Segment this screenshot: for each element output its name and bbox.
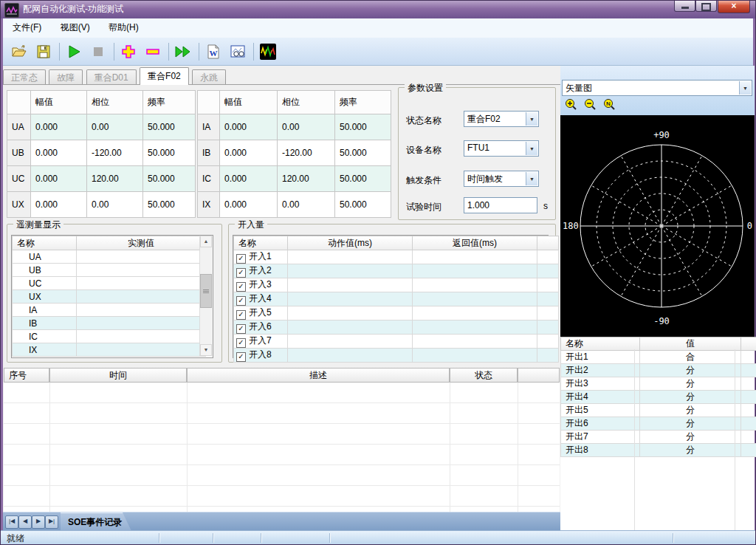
table-row: IC0.000120.0050.000: [198, 166, 391, 192]
value-cell[interactable]: 50.000: [335, 166, 391, 192]
value-cell[interactable]: 0.000: [31, 140, 87, 166]
remove-state-icon[interactable]: [144, 43, 162, 61]
checkbox[interactable]: ✓: [236, 352, 246, 362]
chevron-down-icon[interactable]: ▼: [526, 112, 537, 126]
checkbox[interactable]: ✓: [236, 324, 246, 334]
toolbar-separator: [168, 43, 169, 61]
value-cell[interactable]: 50.000: [335, 192, 391, 218]
do-value-cell: 分: [640, 377, 741, 391]
zoom-in-icon[interactable]: [565, 98, 577, 113]
trigger-cond-select[interactable]: 时间触发 ▼: [464, 171, 539, 187]
value-cell[interactable]: 50.000: [335, 114, 391, 140]
scroll-up-icon[interactable]: ▲: [200, 236, 212, 247]
stop-icon[interactable]: [89, 43, 107, 61]
menu-file[interactable]: 文件(F): [6, 18, 48, 37]
nav-first-icon[interactable]: |◀: [5, 515, 18, 529]
telemetry-scrollbar[interactable]: ▲ ▼: [199, 236, 213, 356]
value-cell[interactable]: 120.00: [278, 166, 335, 192]
value-cell[interactable]: 0.000: [220, 114, 278, 140]
value-cell[interactable]: 50.000: [143, 166, 196, 192]
value-cell[interactable]: 0.000: [220, 166, 278, 192]
tab-perm-trip[interactable]: 永跳: [192, 69, 226, 85]
channel-label[interactable]: IC: [13, 330, 77, 343]
checkbox[interactable]: ✓: [236, 254, 246, 264]
zoom-out-icon[interactable]: [584, 98, 597, 113]
value-cell[interactable]: 0.00: [278, 114, 335, 140]
value-cell[interactable]: 50.000: [143, 114, 196, 140]
value-cell[interactable]: -120.00: [87, 140, 143, 166]
maximize-button[interactable]: [695, 1, 717, 12]
value-cell[interactable]: 120.00: [87, 166, 143, 192]
value-cell[interactable]: 0.00: [87, 114, 143, 140]
scroll-down-icon[interactable]: ▼: [200, 344, 212, 356]
report-preview-icon[interactable]: [229, 43, 247, 61]
value-cell[interactable]: 0.000: [31, 166, 87, 192]
value-cell[interactable]: 0.000: [31, 114, 87, 140]
value-cell[interactable]: 0.000: [220, 192, 278, 218]
channel-label[interactable]: IX: [13, 343, 77, 357]
chevron-down-icon[interactable]: ▼: [739, 81, 751, 95]
do-name-cell: 开出1: [561, 351, 640, 364]
value-cell[interactable]: 0.00: [87, 192, 143, 218]
view-mode-select[interactable]: 矢量图 ▼: [562, 80, 752, 96]
zoom-reset-icon[interactable]: N: [603, 98, 616, 113]
run-all-icon[interactable]: [174, 43, 192, 61]
tab-reclose-d01[interactable]: 重合D01: [86, 69, 137, 85]
spacer-cell: [741, 404, 756, 417]
test-time-label: 试验时间: [406, 201, 464, 213]
test-time-input[interactable]: [464, 197, 537, 213]
value-cell[interactable]: 50.000: [143, 192, 196, 218]
waveform-icon[interactable]: [259, 43, 277, 61]
checkbox[interactable]: ✓: [236, 296, 246, 306]
channel-label[interactable]: IA: [13, 304, 77, 317]
spacer-cell: [537, 250, 559, 264]
nav-prev-icon[interactable]: ◀: [18, 515, 32, 529]
channel-label[interactable]: IB: [13, 317, 77, 330]
channel-label[interactable]: UA: [13, 250, 77, 264]
tab-fault[interactable]: 故障: [49, 69, 83, 85]
di-label: 开入2: [249, 265, 272, 275]
nav-next-icon[interactable]: ▶: [32, 515, 45, 529]
di-label: 开入1: [249, 251, 272, 261]
scrollbar-thumb[interactable]: [200, 274, 212, 308]
open-icon[interactable]: [10, 43, 28, 61]
axis-label-top: +90: [653, 130, 670, 140]
start-icon[interactable]: [65, 43, 83, 61]
value-cell[interactable]: 0.000: [220, 140, 278, 166]
checkbox[interactable]: ✓: [236, 268, 246, 278]
word-report-icon[interactable]: W: [205, 43, 222, 61]
device-name-select[interactable]: FTU1 ▼: [464, 140, 539, 157]
value-cell[interactable]: 0.00: [278, 192, 335, 218]
checkbox[interactable]: ✓: [236, 338, 246, 348]
tab-reclose-f02[interactable]: 重合F02: [140, 67, 189, 85]
save-icon[interactable]: [35, 43, 52, 61]
table-row: IB0.000-120.0050.000: [198, 140, 391, 166]
column-header: 描述: [187, 368, 450, 383]
minimize-button[interactable]: [674, 1, 695, 12]
list-item: 开出3分: [561, 377, 756, 391]
nav-last-icon[interactable]: ▶|: [45, 515, 58, 529]
menu-help[interactable]: 帮助(H): [102, 18, 145, 37]
chevron-down-icon[interactable]: ▼: [526, 142, 537, 155]
add-state-icon[interactable]: [120, 43, 137, 61]
channel-label[interactable]: UC: [13, 277, 77, 290]
event-table-body[interactable]: [4, 383, 560, 512]
channel-label[interactable]: UB: [13, 264, 77, 277]
di-label: 开入5: [249, 307, 272, 318]
checkbox[interactable]: ✓: [236, 310, 246, 320]
bottom-tab-bar: |◀ ◀ ▶ ▶| SOE事件记录: [3, 512, 560, 531]
value-cell[interactable]: 50.000: [143, 140, 196, 166]
close-button[interactable]: ×: [718, 1, 750, 13]
tab-soe-events[interactable]: SOE事件记录: [61, 513, 131, 531]
checkbox[interactable]: ✓: [236, 282, 246, 292]
value-cell[interactable]: 0.000: [31, 192, 87, 218]
value-cell[interactable]: 50.000: [335, 140, 391, 166]
state-name-select[interactable]: 重合F02 ▼: [464, 111, 539, 127]
tab-normal-state[interactable]: 正常态: [3, 69, 46, 85]
menu-view[interactable]: 视图(V): [54, 18, 97, 37]
channel-label[interactable]: UX: [13, 290, 77, 304]
voltage-table: 幅值相位频率UA0.0000.0050.000UB0.000-120.0050.…: [7, 90, 196, 218]
value-cell[interactable]: -120.00: [278, 140, 335, 166]
chevron-down-icon[interactable]: ▼: [526, 172, 537, 185]
column-header: 名称: [13, 236, 77, 250]
